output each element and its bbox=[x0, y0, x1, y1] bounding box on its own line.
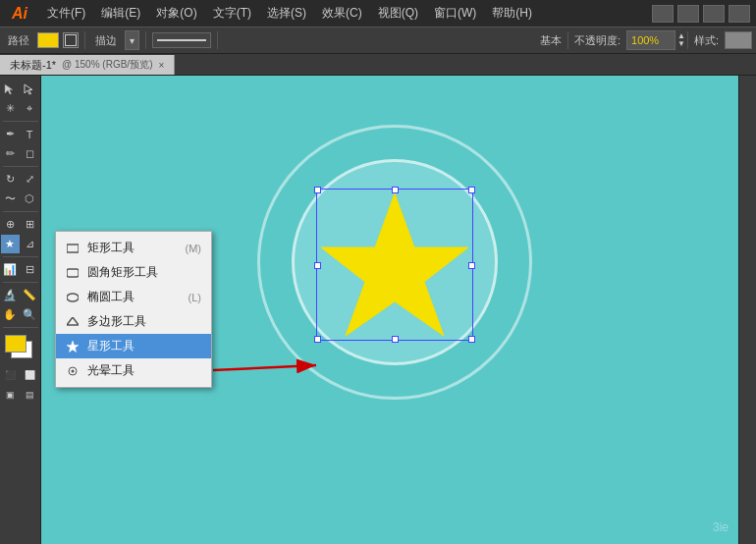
svg-point-4 bbox=[67, 294, 79, 301]
dd-item-polygon[interactable]: 多边形工具 bbox=[56, 309, 211, 334]
direct-selection-tool[interactable] bbox=[21, 80, 39, 98]
dd-label-star: 星形工具 bbox=[87, 338, 135, 354]
type-tool[interactable]: T bbox=[21, 125, 39, 143]
dd-label-roundrect: 圆角矩形工具 bbox=[87, 264, 158, 281]
dd-item-ellipse[interactable]: 椭圆工具 (L) bbox=[56, 285, 211, 309]
graph-tool[interactable]: 📊 bbox=[1, 260, 20, 279]
handle-bm[interactable] bbox=[392, 336, 399, 343]
scale-tool[interactable]: ⤢ bbox=[21, 170, 39, 189]
perspective-tool[interactable]: ⊞ bbox=[21, 215, 39, 234]
dd-label-ellipse: 椭圆工具 bbox=[87, 289, 135, 305]
stroke-swatch[interactable] bbox=[63, 32, 79, 48]
flare-icon bbox=[66, 364, 80, 378]
menu-help[interactable]: 帮助(H) bbox=[486, 3, 538, 24]
eyedropper-tool[interactable]: 🔬 bbox=[1, 286, 20, 304]
opacity-input[interactable]: 100% bbox=[626, 30, 675, 50]
svg-marker-5 bbox=[67, 317, 79, 325]
menu-view[interactable]: 视图(Q) bbox=[372, 3, 424, 24]
selection-tool[interactable] bbox=[1, 80, 20, 98]
tool-sep-3 bbox=[3, 211, 38, 212]
tool-row-pencil: ✏ ◻ bbox=[1, 144, 40, 163]
artboard-tool[interactable]: ⊟ bbox=[21, 260, 39, 279]
document-tab[interactable]: 未标题-1* @ 150% (RGB/预览) × bbox=[0, 55, 175, 75]
tool-row-view: ▣ ▤ bbox=[1, 385, 40, 404]
basic-label: 基本 bbox=[536, 33, 566, 48]
rect-icon bbox=[66, 242, 80, 255]
handle-tl[interactable] bbox=[314, 187, 321, 193]
measure-tool[interactable]: 📏 bbox=[21, 286, 39, 304]
warp-tool[interactable]: 〜 bbox=[1, 190, 20, 208]
stroke-width-dropdown[interactable]: ▾ bbox=[125, 30, 139, 50]
rotate-tool[interactable]: ↻ bbox=[1, 170, 20, 189]
tool-row-pen: ✒ T bbox=[1, 125, 40, 143]
pen-tool[interactable]: ✒ bbox=[1, 125, 20, 143]
menu-file[interactable]: 文件(F) bbox=[41, 3, 91, 24]
zoom-tool[interactable]: 🔍 bbox=[21, 305, 39, 324]
menu-edit[interactable]: 编辑(E) bbox=[95, 3, 146, 24]
toolbox: ✳ ⌖ ✒ T ✏ ◻ ↻ ⤢ 〜 ⬡ ⊕ ⊞ bbox=[0, 76, 41, 544]
lasso-tool[interactable]: ⌖ bbox=[21, 99, 39, 118]
watermark: 3ie bbox=[713, 520, 729, 534]
tool-row-hand: ✋ 🔍 bbox=[1, 305, 40, 324]
roundrect-icon bbox=[66, 266, 80, 280]
foreground-color-swatch[interactable] bbox=[5, 335, 27, 353]
stroke-line-style[interactable] bbox=[152, 32, 211, 48]
hand-tool[interactable]: ✋ bbox=[1, 305, 20, 324]
fill-color-swatch[interactable] bbox=[37, 32, 59, 48]
tool-row-shape: ⊕ ⊞ bbox=[1, 215, 40, 234]
paintbrush-tool[interactable]: ⊿ bbox=[21, 235, 39, 253]
main-area: ✳ ⌖ ✒ T ✏ ◻ ↻ ⤢ 〜 ⬡ ⊕ ⊞ bbox=[0, 76, 756, 544]
tool-row-mode: ⬛ ⬜ bbox=[1, 365, 40, 384]
menu-window[interactable]: 窗口(W) bbox=[428, 3, 482, 24]
options-toolbar: 路径 描边 ▾ 基本 不透明度: 100% ▲ ▼ 样式: bbox=[0, 27, 756, 54]
selection-box bbox=[316, 189, 473, 341]
titlebar: Ai 文件(F) 编辑(E) 对象(O) 文字(T) 选择(S) 效果(C) 视… bbox=[0, 0, 756, 27]
handle-tm[interactable] bbox=[392, 187, 399, 193]
bridge-icon bbox=[703, 5, 725, 23]
menu-select[interactable]: 选择(S) bbox=[261, 3, 312, 24]
path-label: 路径 bbox=[4, 33, 33, 48]
dd-item-roundrect[interactable]: 圆角矩形工具 bbox=[56, 260, 211, 285]
canvas-area: 3ie 矩形工具 (M) 圆角矩形工具 椭 bbox=[41, 76, 738, 544]
view-mode-btn[interactable]: ▣ bbox=[1, 385, 20, 404]
sep3 bbox=[217, 31, 218, 49]
screen-mode-btn[interactable]: ⬛ bbox=[1, 365, 20, 384]
sep2 bbox=[145, 31, 146, 49]
draw-mode-btn[interactable]: ⬜ bbox=[21, 365, 39, 384]
star-shape-container[interactable] bbox=[316, 189, 473, 341]
opacity-stepper[interactable]: ▲ ▼ bbox=[677, 32, 685, 48]
style-swatch[interactable] bbox=[725, 31, 752, 49]
star-tool-active[interactable]: ★ bbox=[1, 235, 20, 253]
eraser-tool[interactable]: ◻ bbox=[21, 144, 39, 163]
handle-tr[interactable] bbox=[468, 187, 475, 193]
tool-row-warp: 〜 ⬡ bbox=[1, 190, 40, 208]
handle-br[interactable] bbox=[468, 336, 475, 343]
dd-shortcut-ellipse: (L) bbox=[189, 292, 201, 303]
handle-mr[interactable] bbox=[468, 262, 475, 269]
dd-label-flare: 光晕工具 bbox=[87, 362, 135, 379]
tool-sep-2 bbox=[3, 166, 38, 167]
menu-type[interactable]: 文字(T) bbox=[207, 3, 257, 24]
tool-row-magic: ✳ ⌖ bbox=[1, 99, 40, 118]
menu-effect[interactable]: 效果(C) bbox=[316, 3, 368, 24]
handle-bl[interactable] bbox=[314, 336, 321, 343]
dd-item-rect[interactable]: 矩形工具 (M) bbox=[56, 236, 211, 260]
toggle-btn[interactable]: ▤ bbox=[21, 385, 39, 404]
magic-wand-tool[interactable]: ✳ bbox=[1, 99, 20, 118]
dd-label-rect: 矩形工具 bbox=[87, 240, 135, 256]
sync-icon bbox=[729, 5, 750, 23]
tool-sep-1 bbox=[3, 121, 38, 122]
tool-row-zoom: 🔬 📏 bbox=[1, 286, 40, 304]
tabbar: 未标题-1* @ 150% (RGB/预览) × bbox=[0, 54, 756, 76]
tab-title: 未标题-1* bbox=[10, 58, 56, 73]
pencil-tool[interactable]: ✏ bbox=[1, 144, 20, 163]
menu-object[interactable]: 对象(O) bbox=[150, 3, 202, 24]
free-transform-tool[interactable]: ⬡ bbox=[21, 190, 39, 208]
tool-sep-6 bbox=[3, 327, 38, 328]
dd-item-star[interactable]: 星形工具 bbox=[56, 334, 211, 358]
shape-builder-tool[interactable]: ⊕ bbox=[1, 215, 20, 234]
tool-row-select bbox=[1, 80, 40, 98]
handle-ml[interactable] bbox=[314, 262, 321, 269]
dd-item-flare[interactable]: 光晕工具 bbox=[56, 358, 211, 383]
tab-close-button[interactable]: × bbox=[158, 60, 164, 71]
